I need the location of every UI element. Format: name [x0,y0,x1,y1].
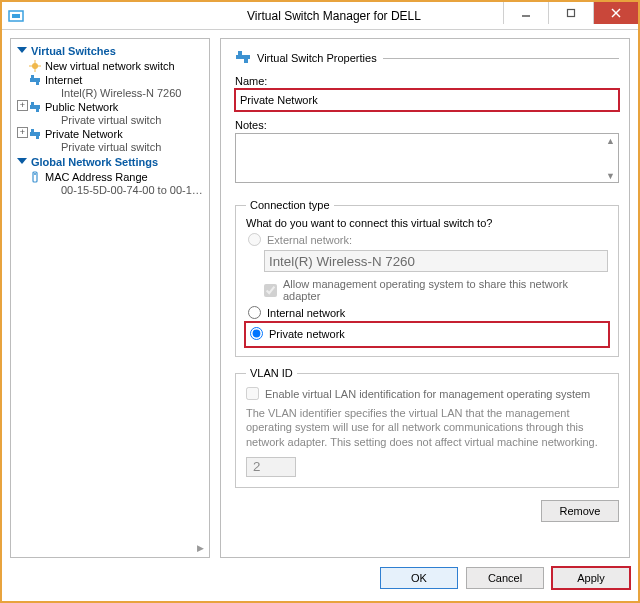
tree-scroll-right-icon[interactable]: ▶ [194,542,207,555]
minimize-button[interactable] [503,2,548,24]
name-input[interactable] [235,89,619,111]
vlan-enable-label: Enable virtual LAN identification for ma… [265,388,590,400]
radio-private[interactable] [250,327,263,340]
remove-button[interactable]: Remove [541,500,619,522]
svg-rect-3 [568,10,575,17]
radio-private-label: Private network [269,328,345,340]
notes-textarea[interactable] [235,133,619,183]
vlan-legend: VLAN ID [246,367,297,379]
radio-external-label: External network: [267,234,352,246]
switch-icon [29,101,41,113]
tree-internet[interactable]: Internet [11,73,209,87]
radio-internal[interactable] [248,306,261,319]
name-label: Name: [235,75,619,87]
connection-type-group: Connection type What do you want to conn… [235,199,619,357]
svg-rect-12 [30,105,40,109]
close-button[interactable] [593,2,638,24]
tree-private-label: Private Network [45,128,123,140]
vlan-id-input [246,457,296,477]
svg-rect-15 [30,132,40,136]
vlan-enable-checkbox [246,387,259,400]
svg-rect-20 [236,55,250,59]
radio-private-row[interactable]: Private network [250,327,602,340]
radio-private-highlight: Private network [246,323,608,346]
tree-mac-sub: 00-15-5D-00-74-00 to 00-15-5D-0... [11,184,209,197]
tree-public-label: Public Network [45,101,118,113]
switch-icon [29,74,41,86]
svg-point-19 [34,173,36,175]
radio-external[interactable] [248,233,261,246]
ok-button[interactable]: OK [380,567,458,589]
svg-rect-17 [36,136,39,139]
tree-panel: Virtual Switches New virtual network swi… [10,38,210,558]
tree-mac-label: MAC Address Range [45,171,148,183]
switch-icon [235,49,251,67]
allow-mgmt-row: Allow management operating system to sha… [264,278,608,302]
svg-rect-1 [12,14,20,18]
footer: OK Cancel Apply [10,563,630,593]
svg-rect-13 [31,102,34,105]
cancel-button[interactable]: Cancel [466,567,544,589]
radio-external-row[interactable]: External network: [248,233,608,246]
notes-wrap: ▲ ▼ [235,133,619,189]
tree-private-sub: Private virtual switch [11,141,209,154]
svg-rect-10 [31,75,34,78]
external-adapter-select [264,250,608,272]
svg-rect-11 [36,82,39,85]
section-divider [383,58,619,59]
app-icon [8,8,24,24]
switch-icon [29,128,41,140]
tree-public-sub: Private virtual switch [11,114,209,127]
new-switch-icon [29,60,41,72]
connection-type-legend: Connection type [246,199,334,211]
tree-section-virtual-switches[interactable]: Virtual Switches [11,43,209,59]
apply-button[interactable]: Apply [552,567,630,589]
mac-icon [29,171,41,183]
connection-question: What do you want to connect this virtual… [246,217,608,229]
body: Virtual Switches New virtual network swi… [2,30,638,601]
scroll-down-icon[interactable]: ▼ [604,170,617,183]
svg-rect-14 [36,109,39,112]
notes-label: Notes: [235,119,619,131]
panels: Virtual Switches New virtual network swi… [10,38,630,558]
tree-internet-label: Internet [45,74,82,86]
allow-mgmt-label: Allow management operating system to sha… [283,278,608,302]
section-title: Virtual Switch Properties [257,52,377,64]
tree-new-switch[interactable]: New virtual network switch [11,59,209,73]
tree-section-global[interactable]: Global Network Settings [11,154,209,170]
tree-new-switch-label: New virtual network switch [45,60,175,72]
titlebar: Virtual Switch Manager for DELL [2,2,638,30]
vlan-enable-row: Enable virtual LAN identification for ma… [246,387,608,400]
tree-public[interactable]: Public Network [11,100,209,114]
properties-panel: Virtual Switch Properties Name: Notes: ▲… [220,38,630,558]
svg-rect-16 [31,129,34,132]
window: Virtual Switch Manager for DELL Virtual … [0,0,640,603]
scroll-up-icon[interactable]: ▲ [604,135,617,148]
vlan-group: VLAN ID Enable virtual LAN identificatio… [235,367,619,488]
tree-mac-range[interactable]: MAC Address Range [11,170,209,184]
vlan-description: The VLAN identifier specifies the virtua… [246,406,608,449]
allow-mgmt-checkbox [264,284,277,297]
tree-private[interactable]: Private Network [11,127,209,141]
maximize-button[interactable] [548,2,593,24]
section-title-row: Virtual Switch Properties [235,49,619,67]
radio-internal-label: Internal network [267,307,345,319]
remove-row: Remove [235,500,619,522]
tree-internet-sub: Intel(R) Wireless-N 7260 [11,87,209,100]
svg-rect-9 [30,78,40,82]
radio-internal-row[interactable]: Internal network [248,306,608,319]
window-buttons [503,2,638,24]
svg-rect-22 [244,59,248,63]
svg-rect-21 [238,51,242,55]
